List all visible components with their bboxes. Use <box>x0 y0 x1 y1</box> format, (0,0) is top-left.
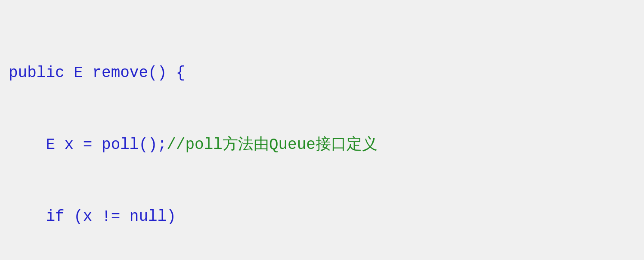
code-line-1: public E remove() { <box>9 61 635 85</box>
code-line-2: E x = poll();//poll方法由Queue接口定义 <box>9 133 635 157</box>
code-line-2-comment: //poll方法由Queue接口定义 <box>167 136 378 154</box>
code-line-3-text: if (x != null) <box>9 208 176 226</box>
code-line-3: if (x != null) <box>9 205 635 229</box>
code-line-1-text: public E remove() { <box>9 64 185 82</box>
code-line-2-code: E x = poll(); <box>9 136 167 154</box>
code-container: public E remove() { E x = poll();//poll方… <box>0 0 644 260</box>
code-block: public E remove() { E x = poll();//poll方… <box>9 13 635 260</box>
